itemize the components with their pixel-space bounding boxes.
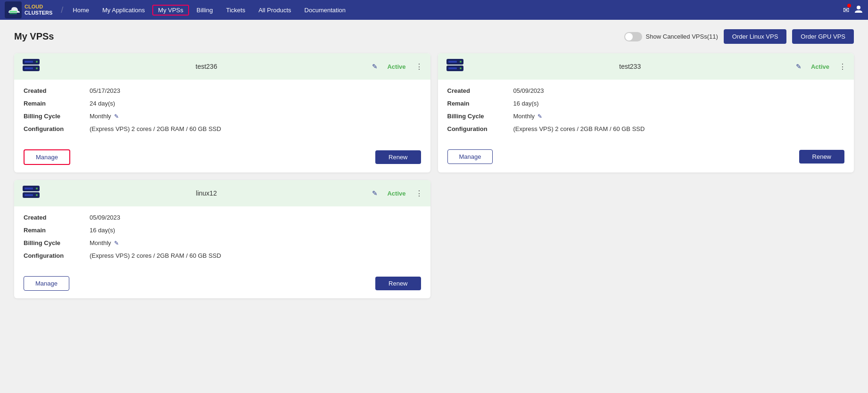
page-title: My VPSs: [14, 31, 54, 42]
billing-edit-icon-3[interactable]: ✎: [114, 240, 119, 246]
remain-label-3: Remain: [24, 227, 90, 234]
billing-edit-icon-1[interactable]: ✎: [114, 113, 119, 120]
svg-point-12: [460, 61, 462, 63]
vps-card-2-header: test233 ✎ Active ⋮: [438, 53, 854, 80]
brand-logo-icon: [5, 1, 22, 18]
vps-card-1-body: Created 05/17/2023 Remain 24 day(s) Bill…: [14, 80, 430, 146]
manage-button-3[interactable]: Manage: [24, 276, 69, 291]
nav-user-icons: ✉: [843, 4, 863, 16]
vps-edit-icon-2[interactable]: ✎: [796, 63, 802, 70]
vps-name-1: test236: [46, 63, 366, 70]
created-label-2: Created: [447, 87, 513, 94]
nav-links: Home My Applications My VPSs Billing Tic…: [67, 5, 843, 16]
config-value-1: (Express VPS) 2 cores / 2GB RAM / 60 GB …: [90, 125, 221, 132]
billing-value-1: Monthly ✎: [90, 113, 119, 120]
vps-detail-billing-2: Billing Cycle Monthly ✎: [447, 113, 845, 120]
vps-more-icon-2[interactable]: ⋮: [839, 62, 846, 71]
created-label-3: Created: [24, 214, 90, 221]
vps-card-3-actions: Manage Renew: [14, 272, 430, 298]
vps-card-2-body: Created 05/09/2023 Remain 16 day(s) Bill…: [438, 80, 854, 146]
user-icon-button[interactable]: [854, 4, 863, 16]
svg-rect-8: [25, 61, 33, 63]
vps-more-icon-3[interactable]: ⋮: [415, 189, 423, 198]
page-header: My VPSs Show Cancelled VPSs(11) Order Li…: [14, 29, 854, 44]
vps-name-2: test233: [470, 63, 790, 70]
config-label-2: Configuration: [447, 125, 513, 132]
svg-rect-9: [25, 67, 33, 69]
svg-rect-21: [25, 194, 33, 196]
renew-button-2[interactable]: Renew: [799, 150, 844, 164]
svg-point-7: [36, 67, 38, 69]
vps-card-1: test236 ✎ Active ⋮ Created 05/17/2023 Re…: [14, 53, 430, 172]
svg-point-13: [460, 67, 462, 69]
vps-status-2: Active: [811, 63, 829, 70]
vps-more-icon-1[interactable]: ⋮: [415, 62, 423, 71]
show-cancelled-toggle[interactable]: [624, 32, 642, 41]
vps-card-3-header: linux12 ✎ Active ⋮: [14, 180, 430, 206]
vps-detail-created-3: Created 05/09/2023: [24, 214, 421, 221]
config-value-3: (Express VPS) 2 cores / 2GB RAM / 60 GB …: [90, 252, 221, 259]
vps-card-1-header: test236 ✎ Active ⋮: [14, 53, 430, 80]
vps-name-3: linux12: [46, 189, 366, 197]
billing-value-2: Monthly ✎: [513, 113, 543, 120]
show-cancelled-area: Show Cancelled VPSs(11): [624, 32, 718, 41]
nav-all-products[interactable]: All Products: [253, 5, 297, 16]
created-value-1: 05/17/2023: [90, 87, 120, 94]
svg-rect-20: [25, 188, 33, 189]
navbar: CLOUD CLUSTERS / Home My Applications My…: [0, 0, 868, 20]
billing-value-3: Monthly ✎: [90, 239, 119, 246]
vps-detail-billing-3: Billing Cycle Monthly ✎: [24, 239, 421, 246]
manage-button-1[interactable]: Manage: [24, 149, 70, 165]
brand-name: CLOUD CLUSTERS: [25, 4, 52, 16]
billing-label-3: Billing Cycle: [24, 239, 90, 246]
vps-status-3: Active: [387, 190, 405, 197]
nav-divider: /: [61, 5, 63, 15]
renew-button-1[interactable]: Renew: [375, 150, 421, 164]
svg-rect-14: [448, 61, 457, 63]
vps-server-icon-3: [22, 185, 41, 202]
svg-point-6: [36, 61, 38, 63]
vps-card-3: linux12 ✎ Active ⋮ Created 05/09/2023 Re…: [14, 180, 430, 298]
config-label-3: Configuration: [24, 252, 90, 259]
created-value-3: 05/09/2023: [90, 214, 120, 221]
renew-button-3[interactable]: Renew: [375, 277, 421, 290]
remain-value-1: 24 day(s): [90, 100, 115, 107]
created-value-2: 05/09/2023: [513, 87, 544, 94]
vps-detail-remain-3: Remain 16 day(s): [24, 227, 421, 234]
nav-documentation[interactable]: Documentation: [299, 5, 351, 16]
vps-detail-remain-1: Remain 24 day(s): [24, 100, 421, 107]
vps-card-2-actions: Manage Renew: [438, 146, 854, 172]
config-value-2: (Express VPS) 2 cores / 2GB RAM / 60 GB …: [513, 125, 645, 132]
billing-edit-icon-2[interactable]: ✎: [537, 113, 542, 120]
remain-label-2: Remain: [447, 100, 513, 107]
nav-my-vpss[interactable]: My VPSs: [152, 5, 189, 16]
vps-grid: test236 ✎ Active ⋮ Created 05/17/2023 Re…: [14, 53, 854, 298]
vps-detail-billing-1: Billing Cycle Monthly ✎: [24, 113, 421, 120]
vps-edit-icon-1[interactable]: ✎: [372, 63, 378, 70]
vps-server-icon-1: [22, 58, 41, 75]
mail-icon-button[interactable]: ✉: [843, 6, 849, 15]
vps-card-2: test233 ✎ Active ⋮ Created 05/09/2023 Re…: [438, 53, 854, 172]
svg-rect-2: [9, 13, 17, 14]
main-content: My VPSs Show Cancelled VPSs(11) Order Li…: [0, 20, 868, 393]
nav-tickets[interactable]: Tickets: [220, 5, 251, 16]
vps-detail-created-1: Created 05/17/2023: [24, 87, 421, 94]
remain-value-2: 16 day(s): [513, 100, 539, 107]
manage-button-2[interactable]: Manage: [447, 149, 493, 164]
brand-logo-area[interactable]: CLOUD CLUSTERS: [5, 1, 52, 18]
nav-my-applications[interactable]: My Applications: [97, 5, 150, 16]
remain-value-3: 16 day(s): [90, 227, 115, 234]
svg-point-19: [36, 194, 38, 196]
billing-label-1: Billing Cycle: [24, 113, 90, 120]
nav-home[interactable]: Home: [67, 5, 95, 16]
svg-rect-15: [448, 67, 457, 69]
vps-card-3-body: Created 05/09/2023 Remain 16 day(s) Bill…: [14, 206, 430, 272]
nav-billing[interactable]: Billing: [191, 5, 219, 16]
svg-point-18: [36, 188, 38, 189]
vps-detail-config-2: Configuration (Express VPS) 2 cores / 2G…: [447, 125, 845, 132]
order-linux-vps-button[interactable]: Order Linux VPS: [724, 29, 787, 44]
created-label-1: Created: [24, 87, 90, 94]
order-gpu-vps-button[interactable]: Order GPU VPS: [792, 29, 854, 44]
vps-edit-icon-3[interactable]: ✎: [372, 189, 378, 197]
vps-detail-created-2: Created 05/09/2023: [447, 87, 845, 94]
